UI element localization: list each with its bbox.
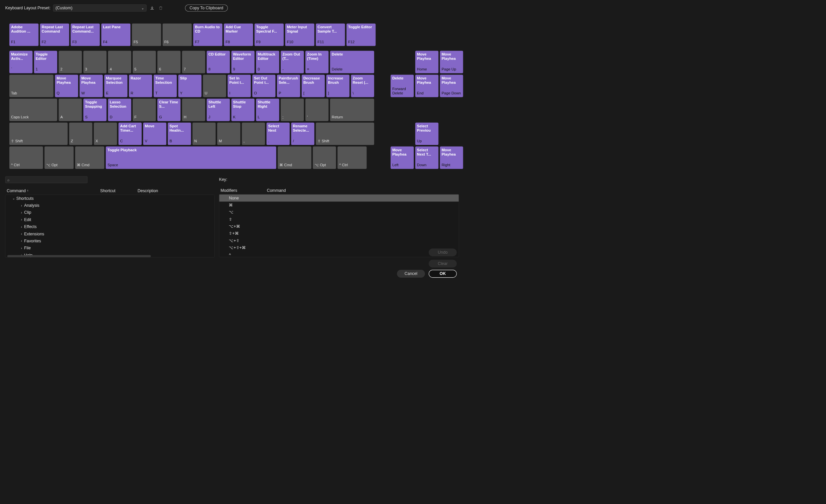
column-command[interactable]: Command↑ — [7, 188, 100, 193]
key-c[interactable]: Add Cart Timer...C — [118, 123, 142, 145]
key--ctrl[interactable]: ^ Ctrl — [338, 147, 367, 169]
preset-select[interactable]: (Custom) ⌄ — [53, 4, 146, 11]
key-9[interactable]: Waveform Editor9 — [231, 51, 255, 73]
key-k[interactable]: Shuttle StopK — [231, 99, 255, 121]
key-f4[interactable]: Last PaneF4 — [102, 23, 131, 46]
key--opt[interactable]: ⌥ Opt — [313, 147, 336, 169]
modifier-row[interactable]: ⌥+⌘ — [219, 223, 459, 230]
key-space[interactable]: Toggle PlaybackSpace — [106, 147, 276, 169]
key--[interactable]: , — [242, 123, 265, 145]
key-m[interactable]: M — [217, 123, 240, 145]
chevron-right-icon[interactable]: › — [19, 232, 24, 236]
key-end[interactable]: Move PlayheaEnd — [415, 75, 438, 97]
key--[interactable]: Zoom Reset (...\ — [351, 75, 374, 97]
key-w[interactable]: Move PlayheaW — [79, 75, 103, 97]
key--cmd[interactable]: ⌘ Cmd — [278, 147, 311, 169]
tree-item-file[interactable]: ›File — [5, 245, 214, 252]
key--[interactable]: Maximize Activ...` — [9, 51, 33, 73]
key-6[interactable]: 6 — [157, 51, 181, 73]
key--shift[interactable]: ⇧ Shift — [316, 123, 374, 145]
key--opt[interactable]: ⌥ Opt — [45, 147, 74, 169]
key-caps-lock[interactable]: Caps Lock — [9, 99, 57, 121]
key--[interactable]: Increase Brush] — [326, 75, 350, 97]
key-3[interactable]: 3 — [83, 51, 107, 73]
key-2[interactable]: 2 — [59, 51, 82, 73]
key-f6[interactable]: F6 — [163, 23, 192, 46]
key-e[interactable]: Marquee SelectionE — [104, 75, 128, 97]
key-f10[interactable]: Meter Input SignalF10 — [285, 23, 314, 46]
key-left[interactable]: Move PlayheaLeft — [391, 147, 414, 169]
copy-to-clipboard-button[interactable]: Copy To Clipboard — [185, 4, 227, 11]
tree-item-extensions[interactable]: ›Extensions — [5, 231, 214, 237]
key--[interactable]: Select Next. — [267, 123, 290, 145]
key-x[interactable]: X — [94, 123, 117, 145]
key-down[interactable]: Select Next T...Down — [415, 147, 438, 169]
modifier-row[interactable]: ⌥ — [219, 209, 459, 216]
key--[interactable]: Zoom Out (T...- — [281, 51, 304, 73]
key-forward-delete[interactable]: DeleteForward Delete — [391, 75, 414, 97]
key-1[interactable]: Toggle Editor1 — [34, 51, 57, 73]
horizontal-scrollbar[interactable] — [7, 255, 151, 257]
key-z[interactable]: Z — [69, 123, 93, 145]
chevron-right-icon[interactable]: › — [19, 211, 24, 215]
command-tree[interactable]: ⌄Shortcuts›Analysis›Clip›Edit›Effects›Ex… — [5, 195, 215, 258]
column-command-2[interactable]: Command — [267, 188, 459, 193]
key--shift[interactable]: ⇧ Shift — [9, 123, 67, 145]
chevron-right-icon[interactable]: › — [19, 246, 24, 250]
modifier-row[interactable]: None — [219, 194, 459, 201]
key-f12[interactable]: Toggle EditorF12 — [347, 23, 376, 46]
key-f3[interactable]: Repeat Last Command...F3 — [70, 23, 100, 46]
key-h[interactable]: H — [182, 99, 205, 121]
key-home[interactable]: Move PlayheaHome — [415, 51, 438, 73]
key-f8[interactable]: Add Cue MarkerF8 — [224, 23, 253, 46]
tree-item-shortcuts[interactable]: ⌄Shortcuts — [5, 195, 214, 202]
key-return[interactable]: Return — [330, 99, 374, 121]
key-f2[interactable]: Repeat Last CommandF2 — [40, 23, 69, 46]
key-5[interactable]: 5 — [133, 51, 156, 73]
modifier-row[interactable]: ^ — [219, 251, 459, 257]
search-input[interactable]: ⌕ — [5, 177, 87, 183]
key-8[interactable]: CD Editor8 — [207, 51, 230, 73]
key-f11[interactable]: Convert Sample T...F11 — [316, 23, 345, 46]
key-d[interactable]: Lasso SelectionD — [108, 99, 131, 121]
tree-item-favorites[interactable]: ›Favorites — [5, 237, 214, 244]
key-y[interactable]: SlipY — [178, 75, 201, 97]
column-description[interactable]: Description — [138, 188, 215, 193]
save-icon[interactable] — [149, 5, 155, 11]
key--[interactable]: ' — [305, 99, 329, 121]
key-t[interactable]: Time SelectionT — [154, 75, 177, 97]
key-page-up[interactable]: Move PlayheaPage Up — [440, 51, 463, 73]
key-q[interactable]: Move PlayheaQ — [55, 75, 78, 97]
chevron-right-icon[interactable]: › — [19, 239, 24, 243]
key-tab[interactable]: Tab — [9, 75, 54, 97]
tree-item-clip[interactable]: ›Clip — [5, 209, 214, 216]
chevron-right-icon[interactable]: › — [19, 203, 24, 207]
key-right[interactable]: Move PlayheaRight — [440, 147, 463, 169]
chevron-right-icon[interactable]: › — [19, 218, 24, 222]
modifier-row[interactable]: ⌥+⇧ — [219, 237, 459, 244]
key-g[interactable]: Clear Time S...G — [157, 99, 181, 121]
key-f1[interactable]: Adobe Audition ...F1 — [9, 23, 39, 46]
key--[interactable]: Decrease Brush[ — [302, 75, 325, 97]
key-delete[interactable]: DeleteDelete — [330, 51, 374, 73]
key-up[interactable]: Select PreviouUp — [415, 123, 438, 145]
key--[interactable]: Zoom In (Time)= — [305, 51, 329, 73]
key-l[interactable]: Shuttle RightL — [256, 99, 279, 121]
chevron-right-icon[interactable]: › — [19, 225, 24, 229]
key--[interactable]: ; — [281, 99, 304, 121]
key-b[interactable]: Spot Healin...B — [168, 123, 191, 145]
key-f5[interactable]: F5 — [132, 23, 161, 46]
key-f7[interactable]: Burn Audio to CDF7 — [193, 23, 223, 46]
key-i[interactable]: Set In Point t...I — [228, 75, 251, 97]
modifier-row[interactable]: ⌘ — [219, 201, 459, 208]
key-r[interactable]: RazorR — [129, 75, 152, 97]
column-modifiers[interactable]: Modifiers — [221, 188, 267, 193]
tree-item-edit[interactable]: ›Edit — [5, 216, 214, 223]
key--[interactable]: Rename Selecte.../ — [291, 123, 314, 145]
cancel-button[interactable]: Cancel — [397, 270, 425, 278]
key-f[interactable]: F — [133, 99, 156, 121]
key-page-down[interactable]: Move PlayheaPage Down — [440, 75, 463, 97]
modifiers-list[interactable]: None⌘⌥⇧⌥+⌘⇧+⌘⌥+⇧⌥+⇧+⌘^ — [219, 194, 459, 257]
key-o[interactable]: Set Out Point t...O — [252, 75, 276, 97]
modifier-row[interactable]: ⇧+⌘ — [219, 230, 459, 237]
